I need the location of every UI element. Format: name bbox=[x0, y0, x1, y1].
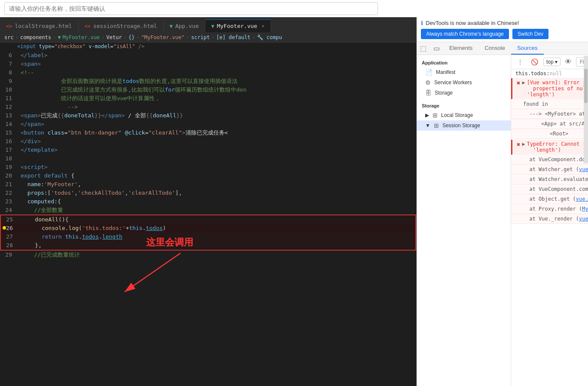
code-line-10: 10 已完成统计这里方式有很多,比如我们可以for循环遍历数组统计数组中don bbox=[0, 86, 416, 94]
expand-icon-2: ▶ bbox=[522, 141, 525, 147]
console-eye-icon[interactable]: 👁 bbox=[563, 57, 573, 67]
console-found-in: found in bbox=[511, 99, 588, 109]
switch-dev-button[interactable]: Switch Dev bbox=[512, 29, 548, 39]
tab-AppVue[interactable]: ▼ App.vue bbox=[164, 19, 205, 32]
tab-sessionStroage[interactable]: <> sessionStroage.html bbox=[79, 19, 164, 32]
tab-console[interactable]: Console bbox=[478, 42, 511, 55]
code-container: <input type="checkbox" v-model="isAll" /… bbox=[0, 43, 416, 386]
error-icon: ✖ bbox=[517, 80, 520, 86]
bc-sep: › bbox=[15, 34, 18, 40]
bc-sep: › bbox=[53, 34, 56, 40]
console-sidebar-icon[interactable]: ⋮ bbox=[515, 57, 526, 67]
bc-sep: › bbox=[136, 34, 139, 40]
sidebar-manifest[interactable]: 📄 Manifest bbox=[417, 67, 511, 77]
html-icon: <> bbox=[6, 23, 12, 29]
console-at-watcher-eval: at Watcher.evaluate (vue.runtime. bbox=[511, 175, 588, 184]
console-vue-warn-line: ✖ ▶ [Vue warn]: Error in render: "TypeE … bbox=[511, 78, 588, 99]
tab-MyFooter[interactable]: ▼ MyFooter.vue ✕ bbox=[205, 19, 271, 32]
console-line-todos: this.todos:null bbox=[511, 69, 588, 78]
console-at-computedgetter: at VueComponent.computedGetter [a bbox=[511, 184, 588, 194]
expand-triangle-icon: ▶ bbox=[425, 112, 429, 118]
sidebar-storage-parent[interactable]: 🗄 Storage bbox=[417, 88, 511, 98]
vue-icon: ▼ bbox=[170, 23, 173, 29]
bc-components: components bbox=[20, 34, 51, 40]
sidebar-service-workers[interactable]: ⚙ Service Workers bbox=[417, 77, 511, 88]
code-line-17: 17 </template> bbox=[0, 146, 416, 154]
vue-icon: ▼ bbox=[211, 23, 214, 29]
tab-close-button[interactable]: ✕ bbox=[262, 23, 265, 29]
myfooter-link-2[interactable]: MyFooter.vue:11 bbox=[582, 206, 588, 212]
inspect-icon[interactable]: ⬚ bbox=[417, 42, 430, 55]
devtools-toolbar: ⬚ ▭ Elements Console Sources bbox=[417, 42, 588, 55]
bc-src: src bbox=[4, 34, 14, 40]
always-match-button[interactable]: Always match Chrome's language bbox=[421, 29, 509, 39]
code-line-8: 8 <!-- bbox=[0, 68, 416, 77]
clear-console-icon[interactable]: 🚫 bbox=[528, 57, 541, 67]
tab-localStroage[interactable]: <> localStroage.html bbox=[0, 19, 79, 32]
bc-sep: › bbox=[124, 34, 127, 40]
devtools-sidebar: Application 📄 Manifest ⚙ Service Workers… bbox=[417, 55, 511, 386]
storage-section-title: Storage bbox=[417, 101, 511, 110]
bc-myfooter-string: "MyFooter.vue" bbox=[141, 34, 185, 40]
storage-icon: 🗄 bbox=[425, 89, 431, 96]
manifest-label: Manifest bbox=[436, 69, 455, 75]
code-line-9: 9 全部后面数据的统计就是todos数组的长度,这里可以直接使用插值语法 bbox=[0, 77, 416, 86]
console-at-watcher-get: at Watcher.get (vue.runtime.esm. bbox=[511, 165, 588, 175]
code-line-19: 19 <script> bbox=[0, 163, 416, 172]
console-at-object-get: at Object.get (vue.runtime.esm.js bbox=[511, 194, 588, 204]
code-line-20: 20 export default { bbox=[0, 172, 416, 180]
code-line-12: 12 --> bbox=[0, 103, 416, 111]
sidebar-local-storage[interactable]: ▶ ⊞ Local Storage bbox=[417, 110, 511, 120]
bc-sep: › bbox=[101, 34, 104, 40]
editor-panel: <> localStroage.html <> sessionStroage.h… bbox=[0, 17, 417, 386]
tab-sources[interactable]: Sources bbox=[511, 42, 544, 55]
code-line-27: 27 return this.todos.length bbox=[0, 233, 416, 241]
task-input[interactable] bbox=[4, 2, 378, 15]
bc-sep: › bbox=[186, 34, 189, 40]
vue-runtime-link-3[interactable]: vue.runtime.esm.js bbox=[576, 196, 588, 202]
banner-buttons: Always match Chrome's language Switch De… bbox=[421, 29, 588, 39]
bc-default: [e] default bbox=[216, 34, 250, 40]
expand-triangle-icon: ▼ bbox=[425, 123, 430, 129]
code-line-22: 22 props:['todos','checkAllTodo','clearA… bbox=[0, 189, 416, 197]
top-bar bbox=[0, 0, 588, 17]
tab-elements[interactable]: Elements bbox=[443, 42, 478, 55]
tab-label: App.vue bbox=[175, 23, 199, 29]
bc-vetur: Vetur bbox=[107, 34, 122, 40]
console-area: ⋮ 🚫 top ▾ 👁 this.todos:null bbox=[511, 55, 588, 386]
vue-runtime-link-1[interactable]: vue.runtime.esm. bbox=[579, 166, 588, 172]
console-at-proxy-render: at Proxy.render (MyFooter.vue:11 bbox=[511, 204, 588, 214]
info-icon: ℹ bbox=[421, 20, 423, 26]
console-top-select[interactable]: top ▾ bbox=[543, 58, 561, 66]
bc-script: script bbox=[191, 34, 210, 40]
code-line-13: 13 <span>已完成{{doneTotal}}</span> / 全部{{d… bbox=[0, 111, 416, 120]
bc-sep: › bbox=[211, 34, 214, 40]
bc-sep: › bbox=[252, 34, 255, 40]
code-line-6: 6 </label> bbox=[0, 51, 416, 60]
code-line-18: 18 bbox=[0, 154, 416, 163]
code-line-26: 26 console.log('this.todos:'+this.todos) bbox=[0, 224, 416, 233]
tab-label: MyFooter.vue bbox=[217, 23, 257, 29]
top-label: top bbox=[546, 59, 554, 65]
devtools-panel: ℹ DevTools is now available in Chinese! … bbox=[417, 17, 588, 386]
tab-label: sessionStroage.html bbox=[93, 23, 157, 29]
error-icon-2: ✖ bbox=[517, 141, 520, 148]
app-panel: Application 📄 Manifest ⚙ Service Workers… bbox=[417, 55, 588, 386]
console-typeerror-line: ✖ ▶ TypeError: Cannot read properties o … bbox=[511, 140, 588, 155]
dropdown-arrow-icon: ▾ bbox=[555, 59, 558, 65]
console-toolbar: ⋮ 🚫 top ▾ 👁 bbox=[511, 55, 588, 69]
code-line-7: 7 <span> bbox=[0, 60, 416, 68]
truncated-indicator: <input type="checkbox" v-model="isAll" /… bbox=[0, 43, 416, 49]
sidebar-session-storage[interactable]: ▼ ⊞ Session Storage bbox=[417, 120, 511, 131]
console-app-trace: <App> at src/App.vue bbox=[511, 119, 588, 129]
storage-label: Storage bbox=[435, 90, 453, 96]
device-icon[interactable]: ▭ bbox=[430, 42, 443, 55]
devtools-banner: ℹ DevTools is now available in Chinese! … bbox=[417, 17, 588, 42]
code-line-15: 15 <button class="btn btn-danger" @click… bbox=[0, 129, 416, 137]
code-line-21: 21 name:'MyFooter', bbox=[0, 180, 416, 189]
console-todos-text: this.todos:null bbox=[515, 70, 562, 77]
vue-runtime-link-4[interactable]: vue.runtime. bbox=[579, 216, 588, 222]
local-storage-icon: ⊞ bbox=[433, 112, 438, 119]
code-line-16: 16 </div> bbox=[0, 137, 416, 146]
tab-label: localStroage.html bbox=[15, 23, 72, 29]
